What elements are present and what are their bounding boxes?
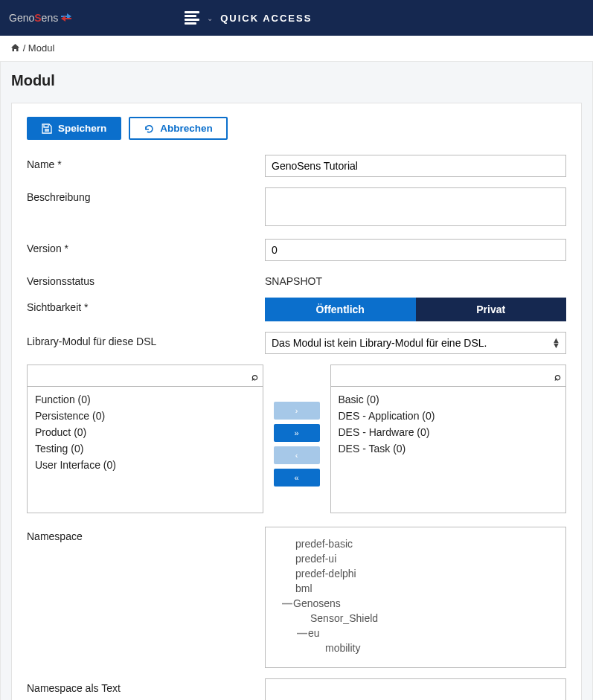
visibility-private[interactable]: Privat [416, 298, 567, 321]
breadcrumb-current: Modul [28, 42, 54, 54]
tree-node[interactable]: mobility [278, 640, 554, 655]
namespace-text-label: Namespace als Text [27, 678, 265, 694]
version-status-label: Versionsstatus [27, 272, 265, 287]
menu-icon[interactable] [185, 11, 199, 25]
list-item[interactable]: Function (0) [35, 391, 255, 408]
list-item[interactable]: Basic (0) [339, 391, 559, 408]
cancel-button[interactable]: Abbrechen [129, 117, 228, 140]
description-input[interactable] [265, 187, 566, 226]
visibility-public[interactable]: Öffentlich [265, 298, 416, 321]
name-input[interactable] [265, 155, 566, 177]
library-label: Library-Modul für diese DSL [27, 332, 265, 347]
version-label: Version [27, 239, 265, 254]
list-item[interactable]: DES - Task (0) [339, 440, 559, 457]
dual-list-right-search[interactable] [331, 365, 566, 386]
home-icon[interactable] [10, 43, 20, 54]
tree-node[interactable]: bml [278, 581, 554, 596]
version-status-value: SNAPSHOT [265, 272, 566, 287]
chevron-down-icon[interactable]: ⌄ [207, 14, 213, 22]
namespace-text-input[interactable] [265, 678, 566, 700]
quick-access-label[interactable]: QUICK ACCESS [220, 13, 312, 24]
dual-list: ⌕ Function (0)Persistence (0)Product (0)… [27, 365, 566, 513]
tree-collapse-icon[interactable]: — [282, 597, 293, 609]
page-title: Modul [11, 72, 582, 89]
tree-node[interactable]: predef-delphi [278, 566, 554, 581]
list-item[interactable]: Persistence (0) [35, 408, 255, 424]
visibility-toggle: Öffentlich Privat [265, 298, 566, 321]
form-panel: Speichern Abbrechen Name Beschreibung Ve… [11, 103, 582, 700]
description-label: Beschreibung [27, 187, 265, 203]
namespace-tree: predef-basicpredef-uipredef-delphibml—Ge… [265, 527, 566, 668]
move-right-button[interactable]: › [274, 402, 320, 420]
search-icon[interactable]: ⌕ [251, 370, 258, 382]
dual-list-left-search[interactable] [28, 365, 263, 386]
logo[interactable]: GenoSens [9, 12, 73, 24]
page-body: Modul Speichern Abbrechen Name Beschreib… [0, 62, 593, 700]
visibility-label: Sichtbarkeit [27, 298, 265, 313]
version-input[interactable] [265, 239, 566, 261]
move-all-right-button[interactable]: » [274, 424, 320, 442]
save-button[interactable]: Speichern [27, 117, 121, 140]
top-bar: GenoSens ⌄ QUICK ACCESS [0, 0, 593, 36]
dual-list-controls: › » ‹ « [263, 365, 330, 513]
breadcrumb: / Modul [0, 36, 593, 62]
list-item[interactable]: DES - Application (0) [339, 408, 559, 424]
search-icon[interactable]: ⌕ [554, 370, 561, 382]
move-all-left-button[interactable]: « [274, 469, 320, 487]
logo-arrows-icon [60, 13, 73, 23]
tree-node[interactable]: Sensor_Shield [278, 611, 554, 626]
list-item[interactable]: User Interface (0) [35, 457, 255, 473]
list-item[interactable]: Product (0) [35, 424, 255, 440]
tree-node[interactable]: —eu [278, 626, 554, 640]
namespace-label: Namespace [27, 527, 265, 542]
save-icon [42, 123, 52, 134]
name-label: Name [27, 155, 265, 170]
tree-node[interactable]: predef-basic [278, 536, 554, 551]
library-select[interactable]: Das Modul ist kein Library-Modul für ein… [265, 332, 566, 354]
dual-list-left: ⌕ Function (0)Persistence (0)Product (0)… [27, 365, 263, 513]
list-item[interactable]: Testing (0) [35, 440, 255, 457]
list-item[interactable]: DES - Hardware (0) [339, 424, 559, 440]
undo-icon [144, 123, 154, 134]
tree-node[interactable]: —Genosens [278, 596, 554, 611]
dual-list-right: ⌕ Basic (0)DES - Application (0)DES - Ha… [330, 365, 567, 513]
tree-collapse-icon[interactable]: — [297, 627, 308, 639]
move-left-button[interactable]: ‹ [274, 446, 320, 464]
tree-node[interactable]: predef-ui [278, 551, 554, 566]
